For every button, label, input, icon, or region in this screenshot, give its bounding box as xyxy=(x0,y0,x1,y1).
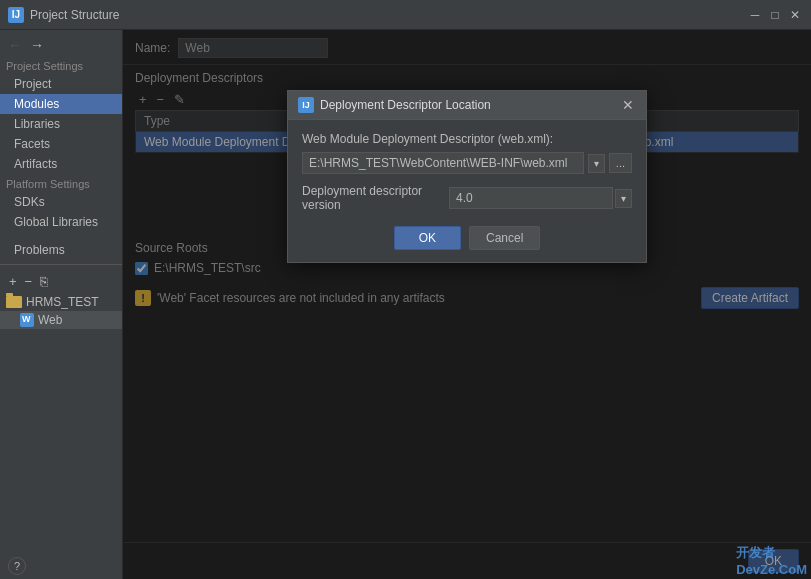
tree-item-hrms-test[interactable]: HRMS_TEST xyxy=(0,293,122,311)
modal-overlay: IJ Deployment Descriptor Location ✕ Web … xyxy=(123,30,811,579)
app-icon: IJ xyxy=(8,7,24,23)
sidebar-item-global-libraries[interactable]: Global Libraries xyxy=(0,212,122,232)
modal-body: Web Module Deployment Descriptor (web.xm… xyxy=(288,120,646,262)
title-bar-controls: ─ □ ✕ xyxy=(747,7,803,23)
title-bar-text: Project Structure xyxy=(30,8,747,22)
version-label: Deployment descriptor version xyxy=(302,184,441,212)
close-button[interactable]: ✕ xyxy=(787,7,803,23)
modal-buttons: OK Cancel xyxy=(302,226,632,250)
path-dropdown-button[interactable]: ▾ xyxy=(588,154,605,173)
tree-add-button[interactable]: + xyxy=(6,274,20,289)
maximize-button[interactable]: □ xyxy=(767,7,783,23)
sidebar-item-modules[interactable]: Modules xyxy=(0,94,122,114)
version-dropdown-button[interactable]: ▾ xyxy=(615,189,632,208)
sidebar-item-facets[interactable]: Facets xyxy=(0,134,122,154)
platform-settings-label: Platform Settings xyxy=(0,174,122,192)
title-bar: IJ Project Structure ─ □ ✕ xyxy=(0,0,811,30)
version-select: ▾ xyxy=(449,187,632,209)
modal-title: Deployment Descriptor Location xyxy=(320,98,614,112)
modal-icon: IJ xyxy=(298,97,314,113)
minimize-button[interactable]: ─ xyxy=(747,7,763,23)
project-settings-label: Project Settings xyxy=(0,56,122,74)
path-browse-button[interactable]: ... xyxy=(609,153,632,173)
sidebar-tree-toolbar: + − ⎘ xyxy=(0,269,122,293)
sidebar-item-problems[interactable]: Problems xyxy=(0,240,122,260)
descriptor-path-row: ▾ ... xyxy=(302,152,632,174)
modal-close-button[interactable]: ✕ xyxy=(620,98,636,112)
descriptor-path-input[interactable] xyxy=(302,152,584,174)
modal-ok-button[interactable]: OK xyxy=(394,226,461,250)
help-button[interactable]: ? xyxy=(8,557,26,575)
modal-cancel-button[interactable]: Cancel xyxy=(469,226,540,250)
sidebar-item-libraries[interactable]: Libraries xyxy=(0,114,122,134)
sidebar-nav-row: ← → xyxy=(0,34,122,56)
main-layout: ← → Project Settings Project Modules Lib… xyxy=(0,30,811,579)
sidebar-item-artifacts[interactable]: Artifacts xyxy=(0,154,122,174)
tree-item-web[interactable]: Web xyxy=(0,311,122,329)
tree-copy-button[interactable]: ⎘ xyxy=(37,274,51,289)
sidebar-item-project[interactable]: Project xyxy=(0,74,122,94)
nav-back-button[interactable]: ← xyxy=(6,38,24,52)
folder-icon xyxy=(6,296,22,308)
module-icon xyxy=(20,313,34,327)
tree-remove-button[interactable]: − xyxy=(22,274,36,289)
descriptor-label: Web Module Deployment Descriptor (web.xm… xyxy=(302,132,632,146)
deployment-descriptor-modal: IJ Deployment Descriptor Location ✕ Web … xyxy=(287,90,647,263)
version-input[interactable] xyxy=(449,187,613,209)
sidebar-bottom: ? xyxy=(0,553,122,579)
version-row: Deployment descriptor version ▾ xyxy=(302,184,632,212)
content-area: Name: Deployment Descriptors + − ✎ Type … xyxy=(123,30,811,579)
sidebar: ← → Project Settings Project Modules Lib… xyxy=(0,30,123,579)
sidebar-item-sdks[interactable]: SDKs xyxy=(0,192,122,212)
modal-title-bar: IJ Deployment Descriptor Location ✕ xyxy=(288,91,646,120)
nav-forward-button[interactable]: → xyxy=(28,38,46,52)
